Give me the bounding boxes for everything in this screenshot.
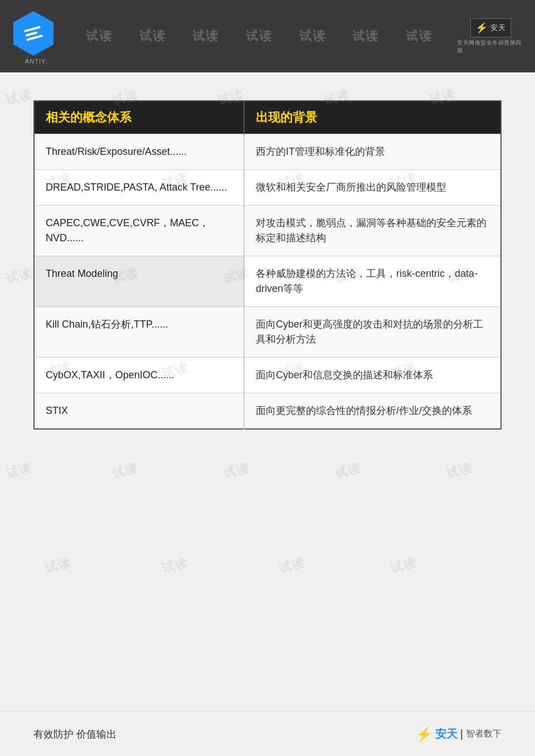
footer-brand: ⚡ 安天 | 智者数下 <box>416 726 502 742</box>
table-row: CAPEC,CWE,CVE,CVRF，MAEC，NVD...... 对攻击模式，… <box>34 206 501 256</box>
brand-logo-box: ⚡ 安天 <box>470 18 511 37</box>
footer-tagline: 有效防护 价值输出 <box>33 728 116 741</box>
footer-brand-slogan: 智者数下 <box>466 728 502 740</box>
row4-col1: Threat Modeling <box>34 256 244 307</box>
row6-col1: CybOX,TAXII，OpenIOC...... <box>34 358 244 393</box>
logo-hexagon <box>11 11 56 56</box>
brand-icon: ⚡ <box>475 22 488 34</box>
header-watermarks: 试读 试读 试读 试读 试读 试读 试读 <box>61 28 457 45</box>
brand-subtitle: 安天网络安全冬训营第四期 <box>457 39 524 55</box>
footer-brand-separator: | <box>460 728 463 740</box>
wm-body-24: 试读 <box>43 554 73 577</box>
footer-brand-cn: 安天 <box>435 726 458 742</box>
row3-col2: 对攻击模式，脆弱点，漏洞等各种基础的安全元素的标定和描述结构 <box>244 206 501 256</box>
row6-col2: 面向Cyber和信息交换的描述和标准体系 <box>244 358 501 393</box>
header-wm-4: 试读 <box>246 28 273 45</box>
row1-col2: 西方的IT管理和标准化的背景 <box>244 134 501 170</box>
footer-brand-text: 安天 | 智者数下 <box>435 726 502 742</box>
header-brand: ⚡ 安天 安天网络安全冬训营第四期 <box>457 14 524 58</box>
table-row: Threat/Risk/Exposure/Asset...... 西方的IT管理… <box>34 134 501 170</box>
footer: 有效防护 价值输出 ⚡ 安天 | 智者数下 <box>0 711 535 756</box>
table-row: DREAD,STRIDE,PASTA, Attack Tree...... 微软… <box>34 170 501 206</box>
table-row: CybOX,TAXII，OpenIOC...... 面向Cyber和信息交换的描… <box>34 358 501 393</box>
brand-text-cn: 安天 <box>490 23 506 33</box>
row2-col2: 微软和相关安全厂商所推出的风险管理模型 <box>244 170 501 206</box>
logo-line-1 <box>24 26 41 32</box>
wm-body-25: 试读 <box>160 554 190 577</box>
wm-body-19: 试读 <box>4 459 34 482</box>
logo-container: ANTIY. <box>11 11 61 61</box>
row2-col1: DREAD,STRIDE,PASTA, Attack Tree...... <box>34 170 244 206</box>
header-wm-6: 试读 <box>352 28 379 45</box>
row7-col2: 面向更完整的综合性的情报分析/作业/交换的体系 <box>244 393 501 430</box>
footer-brand-icon: ⚡ <box>416 726 432 742</box>
row3-col1: CAPEC,CWE,CVE,CVRF，MAEC，NVD...... <box>34 206 244 256</box>
table-header-row: 相关的概念体系 出现的背景 <box>34 101 501 134</box>
wm-body-20: 试读 <box>110 459 140 482</box>
header-wm-1: 试读 <box>86 28 113 45</box>
wm-body-21: 试读 <box>221 459 251 482</box>
row5-col2: 面向Cyber和更高强度的攻击和对抗的场景的分析工具和分析方法 <box>244 307 501 358</box>
header: ANTIY. 试读 试读 试读 试读 试读 试读 试读 ⚡ 安天 安天网络安全冬… <box>0 0 535 72</box>
wm-body-26: 试读 <box>277 554 307 577</box>
header-wm-3: 试读 <box>192 28 219 45</box>
table-row: STIX 面向更完整的综合性的情报分析/作业/交换的体系 <box>34 393 501 430</box>
header-wm-5: 试读 <box>299 28 326 45</box>
main-table: 相关的概念体系 出现的背景 Threat/Risk/Exposure/Asset… <box>33 100 502 430</box>
row1-col1: Threat/Risk/Exposure/Asset...... <box>34 134 244 170</box>
header-wm-7: 试读 <box>406 28 432 45</box>
row7-col1: STIX <box>34 393 244 430</box>
main-content: 相关的概念体系 出现的背景 Threat/Risk/Exposure/Asset… <box>0 72 535 446</box>
table-row: Kill Chain,钻石分析,TTP...... 面向Cyber和更高强度的攻… <box>34 307 501 358</box>
logo-lines <box>24 26 43 41</box>
wm-body-22: 试读 <box>333 459 363 482</box>
row5-col1: Kill Chain,钻石分析,TTP...... <box>34 307 244 358</box>
table-row: Threat Modeling 各种威胁建模的方法论，工具，risk-centr… <box>34 256 501 307</box>
row4-col2: 各种威胁建模的方法论，工具，risk-centric，data-driven等等 <box>244 256 501 307</box>
header-wm-2: 试读 <box>139 28 166 45</box>
wm-body-23: 试读 <box>444 459 474 482</box>
col2-header: 出现的背景 <box>244 101 501 134</box>
logo-text: ANTIY. <box>11 58 61 65</box>
col1-header: 相关的概念体系 <box>34 101 244 134</box>
wm-body-27: 试读 <box>388 554 419 577</box>
